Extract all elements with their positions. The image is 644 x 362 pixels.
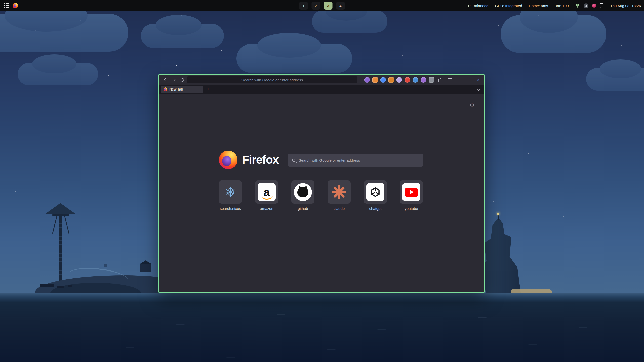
newtab-search-input[interactable]: Search with Google or enter address (288, 154, 423, 167)
reload-icon (180, 77, 185, 82)
cliff-light (497, 213, 499, 215)
status-bar-right: P: Balanced GPU: Integrated Home: 9ms Ba… (468, 0, 641, 11)
firefox-wordmark: Firefox (242, 153, 279, 166)
cloud (236, 44, 352, 73)
status-bar-left (4, 0, 18, 11)
extension-icon[interactable] (396, 77, 402, 83)
extensions-button[interactable] (437, 76, 444, 83)
minimize-button[interactable] (456, 76, 463, 83)
firefox-logo (219, 151, 237, 169)
tab-label: New Tab (169, 87, 183, 91)
island-right (478, 217, 523, 293)
watchtower-leg (64, 216, 69, 234)
ruins (40, 284, 54, 287)
back-button[interactable] (162, 76, 169, 84)
power-profile-status: P: Balanced (468, 4, 489, 8)
extension-icon[interactable] (388, 77, 394, 83)
extension-icon[interactable] (421, 77, 426, 83)
gear-icon: ⚙ (470, 102, 474, 108)
workspace-switcher: 1 2 3 4 (299, 0, 345, 11)
shortcut-label: claude (328, 206, 351, 211)
chatgpt-logo-icon (366, 183, 384, 201)
extension-icon[interactable] (429, 77, 434, 83)
firefox-window: Search with Google or enter address (158, 74, 485, 293)
amazon-icon: a (258, 183, 276, 201)
shortcut-github[interactable]: github (291, 180, 314, 211)
extension-icon[interactable] (364, 77, 370, 83)
search-placeholder: Search with Google or enter address (299, 158, 360, 162)
url-placeholder: Search with Google or enter address (242, 78, 303, 82)
tab-new-tab[interactable]: New Tab (161, 86, 203, 93)
shortcut-youtube[interactable]: youtube (400, 180, 423, 211)
ruins (68, 285, 72, 287)
indicator-dot-icon[interactable] (592, 4, 596, 8)
navigation-toolbar: Search with Google or enter address (159, 75, 484, 85)
bluetooth-icon[interactable] (584, 3, 588, 8)
forward-icon (172, 78, 176, 81)
url-input[interactable]: Search with Google or enter address (187, 76, 357, 83)
close-icon: × (477, 77, 480, 82)
tab-favicon-firefox-icon (164, 87, 167, 91)
cloud (501, 15, 606, 53)
workspace-button-1[interactable]: 1 (299, 2, 308, 10)
reload-button[interactable] (179, 76, 186, 84)
menu-button[interactable] (446, 76, 453, 83)
shortcuts-grid: ❄ search.nixos a amazon github (159, 180, 484, 216)
cloud (0, 14, 128, 52)
battery-status: Bat: 100 (555, 4, 569, 8)
beach-sand (511, 289, 552, 293)
puzzle-icon (438, 79, 442, 82)
shortcut-amazon[interactable]: a amazon (255, 180, 278, 211)
shortcut-claude[interactable]: claude (328, 180, 351, 211)
tab-bar: New Tab + (159, 85, 484, 94)
watchtower-pole (59, 215, 62, 291)
shortcut-label: amazon (255, 206, 278, 211)
back-icon (164, 78, 167, 81)
shortcut-label: chatgpt (364, 206, 387, 211)
app-launcher-icon[interactable] (4, 3, 9, 8)
extension-icon[interactable] (372, 77, 378, 83)
maximize-icon (468, 79, 470, 81)
hut (140, 264, 151, 272)
workspace-button-4[interactable]: 4 (336, 2, 345, 10)
status-bar: 1 2 3 4 P: Balanced GPU: Integrated Home… (0, 0, 644, 11)
firefox-launcher-icon[interactable] (13, 3, 18, 8)
cloud (312, 10, 387, 33)
network-latency-status: Home: 9ms (529, 4, 548, 8)
shortcut-label: search.nixos (219, 206, 242, 211)
wifi-icon[interactable] (575, 4, 580, 8)
list-all-tabs-button[interactable] (475, 86, 482, 93)
extension-icon[interactable] (413, 77, 418, 83)
forward-button[interactable] (170, 76, 178, 84)
toolbar-right: × (364, 75, 482, 85)
display-icon[interactable] (600, 3, 603, 8)
plus-icon: + (207, 86, 209, 92)
extension-icon[interactable] (405, 77, 410, 83)
system-tray (575, 3, 603, 8)
extension-icon[interactable] (380, 77, 386, 83)
ocean (0, 293, 644, 362)
search-icon (292, 159, 295, 162)
text-caret (270, 78, 270, 82)
workspace-button-3-active[interactable]: 3 (324, 2, 333, 10)
shortcut-label: github (291, 206, 314, 211)
close-button[interactable]: × (475, 76, 482, 83)
personalize-button[interactable]: ⚙ (470, 102, 474, 108)
chevron-down-icon (477, 88, 480, 91)
gpu-status: GPU: Integrated (495, 4, 522, 8)
youtube-play-icon (402, 183, 420, 201)
cliff-mast (498, 214, 499, 220)
newtab-page: ⚙ Firefox Search with Google or enter ad… (159, 94, 484, 292)
watchtower-roof (45, 203, 76, 214)
new-tab-button[interactable]: + (205, 86, 211, 93)
nixos-snowflake-icon: ❄ (225, 186, 236, 199)
cloud (586, 68, 644, 90)
shortcut-search-nixos[interactable]: ❄ search.nixos (219, 180, 242, 211)
github-octocat-icon (294, 183, 312, 201)
shortcut-chatgpt[interactable]: chatgpt (364, 180, 387, 211)
maximize-button[interactable] (465, 76, 472, 83)
sign (104, 264, 107, 267)
clock: Thu Aug 08, 18:26 (610, 4, 641, 8)
newtab-hero: Firefox Search with Google or enter addr… (159, 151, 484, 170)
workspace-button-2[interactable]: 2 (312, 2, 320, 10)
